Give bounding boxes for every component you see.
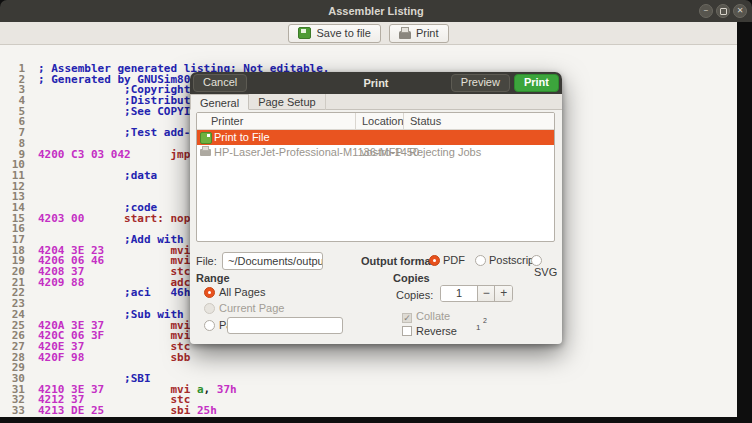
collate-checkbox: ✓: [402, 313, 412, 323]
code-line: 334213 DE 25 sbi 25h: [0, 406, 737, 417]
format-option-postscript[interactable]: Postscript: [475, 254, 537, 266]
pages-entry[interactable]: [227, 317, 343, 334]
column-header-location[interactable]: Location: [355, 113, 404, 129]
code-line: 28420F 98 sbb: [0, 353, 737, 364]
radio-pdf: [429, 255, 440, 266]
save-to-file-label: Save to file: [316, 27, 370, 39]
copies-heading: Copies: [393, 272, 430, 284]
printer-row-hp-laserjet[interactable]: HP-LaserJet-Professional-M1136-MFP vostr…: [197, 145, 554, 160]
preview-button[interactable]: Preview: [451, 74, 510, 92]
printer-list-header: Printer Location Status: [197, 113, 554, 130]
file-row: File: ~/Documents/output.pdf Output form…: [196, 252, 556, 272]
copies-decrement-button[interactable]: −: [477, 286, 495, 301]
toolbar: Save to file Print: [0, 22, 737, 45]
print-dialog: Print Cancel Preview Print General Page …: [190, 72, 562, 344]
radio-pages: [204, 320, 215, 331]
radio-svg: [531, 255, 542, 266]
collate-preview-icon: 1 2: [474, 316, 492, 334]
maximize-button[interactable]: [716, 4, 730, 18]
close-button[interactable]: ✕: [733, 4, 747, 18]
copies-spinbutton: 1 − +: [440, 285, 513, 302]
printer-icon: [200, 149, 211, 156]
reverse-checkbox: [402, 326, 412, 336]
maximize-icon: [720, 8, 727, 15]
format-option-svg[interactable]: SVG: [531, 254, 557, 278]
printer-row-print-to-file[interactable]: Print to File: [197, 130, 554, 145]
save-icon: [298, 27, 311, 39]
radio-current-page: [204, 303, 215, 314]
save-to-file-button[interactable]: Save to file: [288, 24, 380, 43]
cancel-button[interactable]: Cancel: [193, 74, 247, 92]
file-label: File:: [196, 255, 217, 267]
copies-label: Copies:: [396, 289, 433, 301]
dialog-tabs: General Page Setup: [190, 94, 562, 110]
file-entry[interactable]: ~/Documents/output.pdf: [222, 252, 323, 270]
collate-option: ✓Collate: [402, 310, 450, 323]
column-header-status[interactable]: Status: [403, 113, 441, 129]
column-header-printer[interactable]: Printer: [211, 113, 243, 129]
radio-postscript: [475, 255, 486, 266]
range-heading: Range: [196, 272, 230, 284]
print-button[interactable]: Print: [389, 24, 449, 43]
printer-name: Print to File: [214, 130, 270, 145]
window-titlebar[interactable]: Assembler Listing − ✕: [0, 0, 752, 22]
output-format-label: Output format:: [361, 255, 438, 267]
range-current-page: Current Page: [204, 302, 284, 314]
minimize-button[interactable]: −: [699, 4, 713, 18]
printer-status: Rejecting Jobs: [409, 145, 481, 160]
window-title: Assembler Listing: [328, 5, 423, 17]
tab-page-setup[interactable]: Page Setup: [249, 94, 326, 110]
reverse-option[interactable]: Reverse: [402, 325, 457, 337]
printer-icon: [399, 31, 411, 39]
window-controls: − ✕: [699, 4, 747, 18]
print-label: Print: [416, 27, 439, 39]
copies-increment-button[interactable]: +: [494, 286, 512, 301]
print-confirm-button[interactable]: Print: [514, 74, 559, 92]
tab-general[interactable]: General: [190, 94, 249, 110]
printer-list[interactable]: Printer Location Status Print to File HP…: [196, 112, 555, 242]
radio-all-pages: [204, 287, 215, 298]
print-dialog-titlebar[interactable]: Print Cancel Preview Print: [190, 72, 562, 94]
range-all-pages[interactable]: All Pages: [204, 286, 265, 298]
copies-value[interactable]: 1: [441, 286, 477, 301]
print-to-file-icon: [200, 132, 212, 144]
format-option-pdf[interactable]: PDF: [429, 254, 465, 266]
